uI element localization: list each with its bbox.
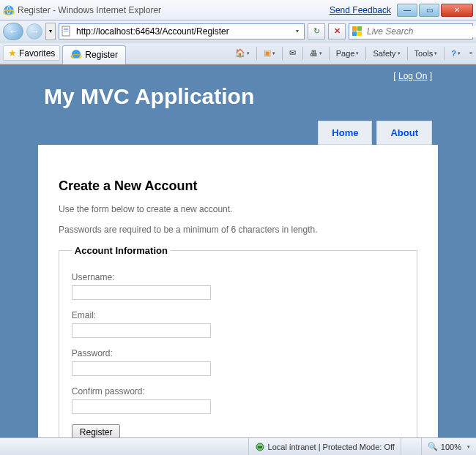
svg-rect-3 bbox=[64, 28, 68, 29]
history-dropdown[interactable]: ▾ bbox=[45, 23, 56, 40]
svg-rect-8 bbox=[352, 31, 357, 36]
url-input[interactable] bbox=[75, 25, 292, 38]
arrow-right-icon: → bbox=[30, 26, 40, 37]
confirm-password-label: Confirm password: bbox=[72, 386, 404, 396]
svg-rect-9 bbox=[357, 31, 362, 36]
email-input[interactable] bbox=[72, 323, 211, 338]
home-icon: 🏠 bbox=[235, 48, 245, 58]
main-content: Create a New Account Use the form below … bbox=[38, 145, 438, 437]
page-icon bbox=[61, 26, 72, 37]
fieldset-legend: Account Information bbox=[72, 245, 171, 256]
page-heading: Create a New Account bbox=[59, 178, 417, 194]
minimize-button[interactable]: ― bbox=[397, 4, 417, 17]
svg-rect-13 bbox=[258, 446, 262, 448]
address-bar: ← → ▾ ▾ ↻ ✕ 🔍 bbox=[0, 20, 476, 42]
star-icon: ★ bbox=[8, 48, 17, 59]
favorites-button[interactable]: ★ Favorites bbox=[3, 45, 60, 61]
status-bar: Local intranet | Protected Mode: Off 🔍 1… bbox=[0, 437, 476, 455]
logon-link[interactable]: Log On bbox=[398, 71, 427, 81]
zone-icon bbox=[255, 442, 265, 452]
stop-icon: ✕ bbox=[334, 26, 341, 36]
readmail-button[interactable]: ✉ bbox=[286, 45, 300, 61]
tools-menu[interactable]: Tools▾ bbox=[411, 45, 442, 61]
menu-about[interactable]: About bbox=[376, 121, 432, 145]
toolbar-overflow[interactable]: » bbox=[466, 45, 473, 61]
username-input[interactable] bbox=[72, 285, 211, 300]
password-hint: Passwords are required to be a minimum o… bbox=[59, 225, 417, 235]
password-input[interactable] bbox=[72, 361, 211, 376]
print-button[interactable]: 🖶▾ bbox=[306, 45, 326, 61]
chevron-right-icon: » bbox=[469, 50, 472, 56]
svg-rect-7 bbox=[357, 26, 362, 31]
tab-favicon bbox=[70, 48, 82, 62]
help-icon: ? bbox=[451, 49, 456, 58]
tab-current[interactable]: Register bbox=[62, 45, 126, 64]
account-fieldset: Account Information Username: Email: Pas… bbox=[59, 245, 417, 437]
ie-logo-icon bbox=[3, 4, 15, 16]
logon-area: [ Log On ] bbox=[38, 65, 438, 81]
menu-home[interactable]: Home bbox=[318, 121, 372, 145]
send-feedback-link[interactable]: Send Feedback bbox=[330, 5, 391, 15]
content-viewport: [ Log On ] My MVC Application Home About… bbox=[0, 64, 476, 437]
svg-rect-4 bbox=[64, 29, 68, 30]
svg-rect-6 bbox=[352, 26, 357, 31]
maximize-button[interactable]: ▭ bbox=[419, 4, 439, 17]
stop-button[interactable]: ✕ bbox=[328, 23, 346, 40]
chevron-down-icon: ▾ bbox=[467, 444, 470, 450]
username-label: Username: bbox=[72, 272, 404, 282]
feeds-button[interactable]: ▣▾ bbox=[260, 45, 279, 61]
email-label: Email: bbox=[72, 310, 404, 320]
rss-icon: ▣ bbox=[264, 48, 271, 58]
help-button[interactable]: ?▾ bbox=[447, 45, 464, 61]
address-dropdown-icon[interactable]: ▾ bbox=[292, 28, 302, 34]
zoom-value: 100% bbox=[441, 443, 461, 451]
site-title: My MVC Application bbox=[38, 81, 438, 115]
safety-menu[interactable]: Safety▾ bbox=[369, 45, 404, 61]
security-zone[interactable]: Local intranet | Protected Mode: Off bbox=[248, 438, 401, 455]
main-menu: Home About bbox=[38, 115, 438, 145]
back-button[interactable]: ← bbox=[3, 23, 23, 40]
confirm-password-input[interactable] bbox=[72, 399, 211, 414]
window-title: Register - Windows Internet Explorer bbox=[18, 5, 330, 15]
search-box[interactable]: 🔍 bbox=[349, 23, 473, 40]
zone-text: Local intranet | Protected Mode: Off bbox=[268, 443, 395, 451]
password-label: Password: bbox=[72, 348, 404, 358]
forward-button[interactable]: → bbox=[26, 23, 42, 40]
favorites-label: Favorites bbox=[19, 48, 55, 59]
tabs-bar: ★ Favorites Register 🏠▾ ▣▾ ✉ 🖶▾ Page▾ Sa… bbox=[0, 42, 476, 64]
page-scroll[interactable]: [ Log On ] My MVC Application Home About… bbox=[0, 65, 476, 437]
status-seg-blank bbox=[401, 438, 421, 455]
register-button[interactable]: Register bbox=[72, 424, 121, 437]
search-provider-icon bbox=[352, 26, 363, 37]
svg-rect-5 bbox=[64, 31, 68, 31]
zoom-icon: 🔍 bbox=[428, 442, 438, 451]
mail-icon: ✉ bbox=[289, 48, 296, 58]
address-field[interactable]: ▾ bbox=[59, 23, 305, 40]
home-button[interactable]: 🏠▾ bbox=[231, 45, 253, 61]
search-input[interactable] bbox=[365, 26, 476, 37]
refresh-button[interactable]: ↻ bbox=[308, 23, 325, 40]
close-button[interactable]: ✕ bbox=[441, 4, 473, 17]
print-icon: 🖶 bbox=[310, 49, 318, 58]
tab-label: Register bbox=[85, 50, 118, 60]
intro-text: Use the form below to create a new accou… bbox=[59, 204, 417, 214]
refresh-icon: ↻ bbox=[313, 26, 320, 36]
window-buttons: ― ▭ ✕ bbox=[397, 4, 473, 17]
arrow-left-icon: ← bbox=[9, 26, 18, 37]
command-toolbar: 🏠▾ ▣▾ ✉ 🖶▾ Page▾ Safety▾ Tools▾ ?▾ » bbox=[231, 45, 473, 61]
mvc-background: [ Log On ] My MVC Application Home About… bbox=[0, 65, 476, 437]
zoom-control[interactable]: 🔍 100% ▾ bbox=[421, 438, 476, 455]
page-menu[interactable]: Page▾ bbox=[332, 45, 363, 61]
window-titlebar: Register - Windows Internet Explorer Sen… bbox=[0, 0, 476, 20]
